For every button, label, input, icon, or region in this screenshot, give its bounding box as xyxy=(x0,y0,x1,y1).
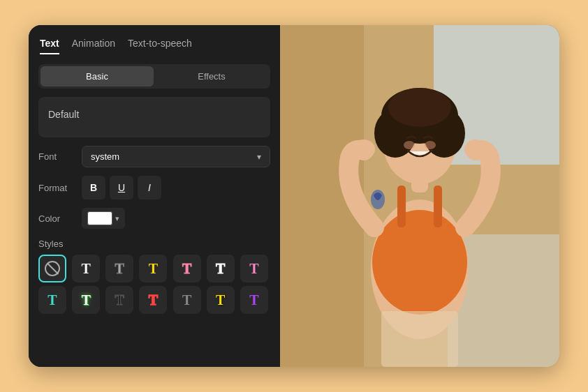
style-pink[interactable]: T xyxy=(240,255,268,282)
style-red-outline[interactable]: T xyxy=(139,286,167,314)
italic-button[interactable]: I xyxy=(138,176,161,199)
svg-point-16 xyxy=(353,140,375,159)
font-select[interactable]: system ▾ xyxy=(82,146,270,167)
styles-grid: T T T T T T T T T xyxy=(38,255,270,314)
italic-label: I xyxy=(148,182,151,193)
t-icon: T xyxy=(81,261,90,277)
tab-tts[interactable]: Text-to-speech xyxy=(128,38,192,54)
svg-rect-6 xyxy=(397,186,406,227)
color-picker[interactable]: ▾ xyxy=(82,208,125,229)
styles-label: Styles xyxy=(38,239,270,249)
style-pink-outline[interactable]: T xyxy=(173,255,201,282)
format-label: Format xyxy=(38,183,75,193)
left-panel: Text Animation Text-to-speech Basic Effe… xyxy=(29,25,280,367)
default-text-label: Default xyxy=(48,109,79,120)
color-swatch xyxy=(87,211,112,225)
color-label: Color xyxy=(38,213,75,224)
t-icon: T xyxy=(182,261,191,277)
font-label: Font xyxy=(38,151,75,162)
t-icon: T xyxy=(81,292,90,308)
underline-button[interactable]: U xyxy=(110,176,133,199)
bold-button[interactable]: B xyxy=(82,176,105,199)
style-yellow2[interactable]: T xyxy=(207,286,235,314)
t-icon: T xyxy=(249,292,258,308)
style-white-outline[interactable]: T xyxy=(207,255,235,282)
t-icon: T xyxy=(149,292,158,308)
toggle-effects[interactable]: Effects xyxy=(155,66,268,86)
t-icon: T xyxy=(47,292,57,308)
style-plain[interactable]: T xyxy=(72,255,100,282)
style-purple[interactable]: T xyxy=(240,286,268,314)
svg-point-17 xyxy=(464,140,487,159)
svg-point-15 xyxy=(425,141,436,149)
svg-rect-7 xyxy=(434,186,442,227)
t-icon: T xyxy=(249,261,258,277)
tab-text[interactable]: Text xyxy=(40,38,59,54)
style-yellow[interactable]: T xyxy=(139,255,167,282)
tabs-bar: Text Animation Text-to-speech xyxy=(29,25,280,54)
tab-animation[interactable]: Animation xyxy=(72,38,115,54)
style-none[interactable] xyxy=(38,255,66,282)
toggle-basic[interactable]: Basic xyxy=(41,66,154,86)
svg-point-13 xyxy=(388,88,451,127)
photo-display xyxy=(280,25,559,367)
color-row: Color ▾ xyxy=(38,208,270,229)
t-icon: T xyxy=(182,292,191,308)
basic-effects-toggle: Basic Effects xyxy=(38,64,270,89)
t-icon: T xyxy=(115,261,124,277)
style-teal[interactable]: T xyxy=(38,286,66,314)
svg-rect-19 xyxy=(381,311,458,367)
style-dark[interactable]: T xyxy=(105,286,133,314)
style-gray2[interactable]: T xyxy=(173,286,201,314)
color-arrow-icon: ▾ xyxy=(115,214,119,223)
text-preview-area[interactable]: Default xyxy=(38,97,270,137)
person-illustration xyxy=(280,25,559,367)
t-icon: T xyxy=(216,261,225,277)
main-card: Text Animation Text-to-speech Basic Effe… xyxy=(29,25,559,367)
svg-point-14 xyxy=(404,141,415,149)
style-green[interactable]: T xyxy=(72,286,100,314)
format-buttons: B U I xyxy=(82,176,161,199)
t-icon: T xyxy=(149,261,158,277)
no-style-icon xyxy=(45,261,60,276)
t-icon: T xyxy=(216,292,225,308)
format-row: Format B U I xyxy=(38,176,270,199)
font-row: Font system ▾ xyxy=(38,146,270,167)
style-outline-gray[interactable]: T xyxy=(105,255,133,282)
right-panel xyxy=(280,25,559,367)
chevron-down-icon: ▾ xyxy=(257,152,261,162)
t-icon: T xyxy=(115,292,124,308)
svg-point-5 xyxy=(372,210,467,315)
underline-label: U xyxy=(118,182,125,193)
font-value: system xyxy=(91,151,119,162)
